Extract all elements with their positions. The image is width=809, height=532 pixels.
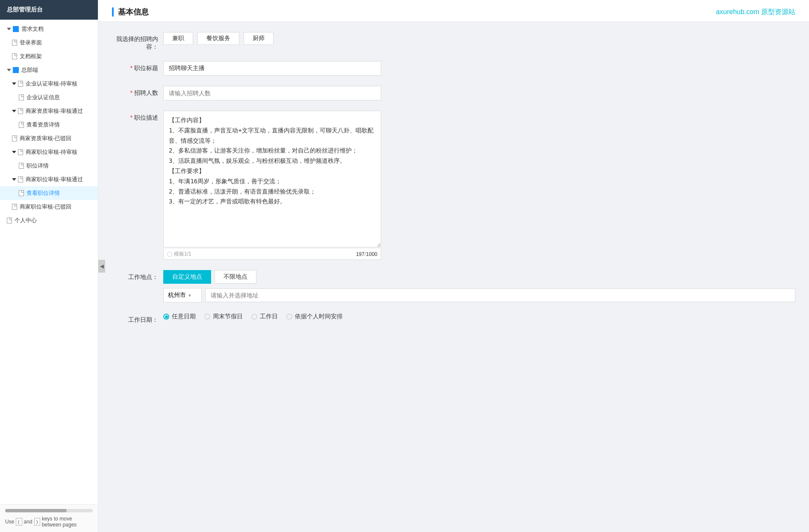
radio-personal-circle [286, 314, 292, 320]
sidebar-item-merchant-qual-rejected[interactable]: 商家资质审核-已驳回 [0, 132, 98, 145]
sidebar-item-merchant-qual-audit[interactable]: 商家资质审核-审核通过 [0, 104, 98, 118]
address-row: 杭州市 ▼ [163, 288, 795, 303]
doc-icon [19, 94, 24, 100]
job-title-label: 职位标题 [112, 61, 163, 72]
doc-icon [18, 81, 23, 87]
nav-arrows-area: Use 〈 and 〉 keys to move between pages [5, 516, 93, 528]
hint-keys-text: keys to move between pages [42, 516, 93, 528]
unlimited-location-button[interactable]: 不限地点 [215, 270, 256, 284]
work-date-row: 工作日期： 任意日期 周末节假日 工作日 [112, 313, 795, 324]
folder-icon [13, 26, 19, 32]
address-input[interactable] [205, 288, 795, 302]
sidebar: 总部管理后台 需求文档 登录界面 文档框架 总部端 [0, 0, 98, 532]
doc-icon [12, 204, 17, 210]
doc-icon [19, 163, 24, 169]
radio-workday-label: 工作日 [260, 313, 278, 320]
sidebar-item-job-detail[interactable]: 职位详情 [0, 159, 98, 173]
work-date-content: 任意日期 周末节假日 工作日 依据个人时间安排 [163, 313, 795, 320]
sidebar-footer: Use 〈 and 〉 keys to move between pages [0, 504, 98, 532]
sidebar-item-merchant-job-rejected[interactable]: 商家职位审核-已驳回 [0, 200, 98, 214]
textarea-footer: 模板1/1 197/1000 [163, 249, 381, 260]
next-page-button[interactable]: 〉 [34, 518, 40, 526]
nav-label: 职位详情 [26, 162, 49, 170]
char-max: 1000 [366, 251, 377, 257]
job-desc-content: 【工作内容】 1、不露脸直播，声音互动+文字互动，直播内容无限制，可聊天八卦、唱… [163, 111, 795, 260]
sidebar-item-headquarters[interactable]: 总部端 [0, 63, 98, 77]
nav-label: 个人中心 [15, 217, 37, 224]
nav-label: 查看职位详情 [26, 189, 60, 197]
brand-label: axurehub.com 原型资源站 [716, 8, 795, 17]
job-title-input[interactable] [163, 61, 381, 76]
expand-icon [12, 151, 16, 153]
work-date-label: 工作日期： [112, 313, 163, 324]
job-desc-row: 职位描述 【工作内容】 1、不露脸直播，声音互动+文字互动，直播内容无限制，可聊… [112, 111, 795, 260]
recruit-count-input[interactable] [163, 86, 381, 100]
nav-label: 文档框架 [20, 53, 42, 60]
nav-label: 商家资质审核-已驳回 [20, 135, 71, 142]
sidebar-collapse-left[interactable]: ◀ [98, 260, 105, 273]
sidebar-item-merchant-job-pass[interactable]: 商家职位审核-审核通过 [0, 173, 98, 186]
sidebar-title: 总部管理后台 [0, 0, 98, 20]
job-desc-label: 职位描述 [112, 111, 163, 122]
expand-icon [12, 110, 16, 112]
sidebar-item-enterprise-audit[interactable]: 企业认证审核-待审核 [0, 77, 98, 91]
doc-icon [12, 53, 17, 59]
tag-chef[interactable]: 厨师 [244, 32, 274, 45]
location-btn-group: 自定义地点 不限地点 [163, 270, 795, 284]
tag-parttime[interactable]: 兼职 [163, 32, 193, 45]
radio-workday-circle [251, 314, 257, 320]
sidebar-item-doc-framework[interactable]: 文档框架 [0, 50, 98, 63]
radio-any-label: 任意日期 [172, 313, 196, 320]
radio-personal-label: 依据个人时间安排 [295, 313, 343, 320]
nav-label: 商家职位审核-待审核 [26, 148, 77, 156]
tag-catering[interactable]: 餐饮服务 [197, 32, 239, 45]
sidebar-item-personal-center[interactable]: 个人中心 [0, 214, 98, 227]
expand-icon [12, 178, 16, 181]
custom-location-button[interactable]: 自定义地点 [163, 270, 211, 284]
tag-group: 兼职 餐饮服务 厨师 [163, 32, 795, 45]
sidebar-item-view-job-detail[interactable]: 查看职位详情 [0, 186, 98, 200]
doc-icon [18, 176, 23, 182]
workdate-personal[interactable]: 依据个人时间安排 [286, 313, 343, 320]
scrollbar-thumb [5, 509, 67, 512]
recruit-count-label: 招聘人数 [112, 86, 163, 97]
template-radio-circle [167, 252, 172, 257]
workdate-weekend[interactable]: 周末节假日 [204, 313, 243, 320]
doc-icon [12, 135, 17, 141]
doc-icon [7, 218, 12, 223]
workdate-any[interactable]: 任意日期 [163, 313, 196, 320]
nav-label: 需求文档 [21, 25, 44, 33]
sidebar-item-enterprise-cert-info[interactable]: 企业认证信息 [0, 91, 98, 104]
char-current: 197 [356, 251, 365, 257]
job-desc-textarea[interactable]: 【工作内容】 1、不露脸直播，声音互动+文字互动，直播内容无限制，可聊天八卦、唱… [163, 111, 381, 247]
sidebar-item-login-page[interactable]: 登录界面 [0, 36, 98, 50]
expand-icon [7, 69, 11, 71]
doc-icon [18, 108, 23, 114]
city-name: 杭州市 [168, 291, 186, 299]
recruit-count-row: 招聘人数 [112, 86, 795, 100]
doc-icon [19, 190, 24, 196]
nav-label: 商家职位审核-已驳回 [20, 203, 71, 211]
header-left: 基本信息 [112, 7, 149, 17]
page-title: 基本信息 [118, 7, 149, 17]
sidebar-item-merchant-job-audit[interactable]: 商家职位审核-待审核 [0, 145, 98, 159]
work-location-row: 工作地点： 自定义地点 不限地点 杭州市 ▼ [112, 270, 795, 303]
doc-icon [19, 122, 24, 128]
sidebar-item-demand-docs[interactable]: 需求文档 [0, 22, 98, 36]
city-select[interactable]: 杭州市 ▼ [163, 288, 202, 303]
chevron-down-icon: ▼ [188, 293, 192, 298]
nav-label: 查看资质详情 [26, 121, 60, 129]
template-radio[interactable]: 模板1/1 [167, 250, 191, 258]
recruitment-label: 我选择的招聘内容： [112, 32, 163, 51]
main-header: 基本信息 axurehub.com 原型资源站 [98, 0, 809, 22]
scrollbar-track[interactable] [5, 509, 93, 512]
workdate-workday[interactable]: 工作日 [251, 313, 278, 320]
prev-page-button[interactable]: 〈 [16, 518, 22, 526]
nav-label: 商家职位审核-审核通过 [26, 176, 83, 183]
nav-label: 商家资质审核-审核通过 [26, 107, 83, 115]
sidebar-item-view-qual-detail[interactable]: 查看资质详情 [0, 118, 98, 132]
doc-icon [18, 149, 23, 155]
radio-weekend-circle [204, 314, 210, 320]
template-label: 模板1/1 [174, 250, 191, 258]
recruitment-content-row: 我选择的招聘内容： 兼职 餐饮服务 厨师 [112, 32, 795, 51]
